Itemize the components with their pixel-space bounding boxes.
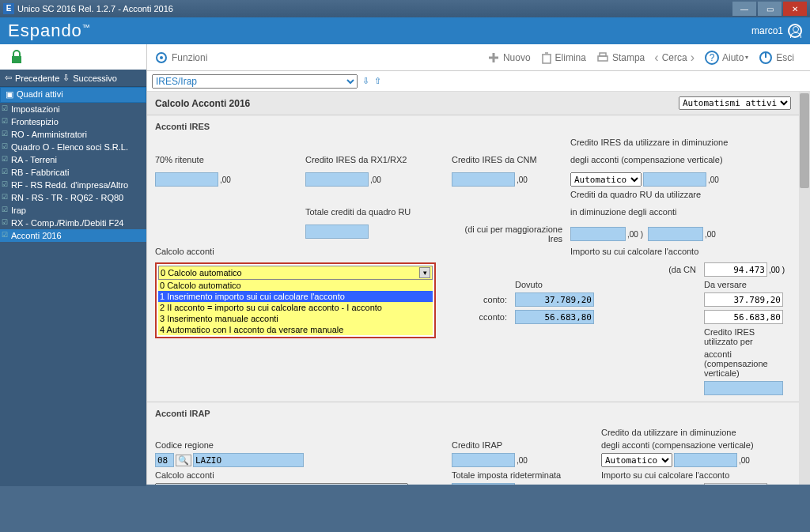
sidebar-tree: Impostazioni Frontespizio RO - Amministr…	[0, 103, 146, 486]
svg-point-2	[160, 56, 163, 59]
close-button[interactable]: ✕	[783, 2, 807, 16]
down-arrow-icon[interactable]: ⇩	[362, 76, 369, 86]
codreg-input[interactable]	[155, 453, 174, 467]
compvert-input[interactable]	[643, 172, 706, 187]
label: Credito da utilizzare in diminuzione	[601, 428, 791, 437]
section-header: Acconti IRAP	[155, 409, 791, 418]
user-icon[interactable]	[788, 24, 802, 38]
dropdown-selected: 0 Calcolo automatico	[161, 268, 242, 277]
label: Importo su cui calcolare l'acconto	[570, 247, 776, 261]
sidebar-item[interactable]: RF - RS Redd. d'impresa/Altro	[0, 179, 146, 191]
sidebar-item[interactable]: Irap	[0, 204, 146, 217]
totru-input[interactable]	[305, 224, 369, 239]
label: (di cui per maggiorazione Ires	[452, 224, 562, 243]
compvert-irap-input[interactable]	[674, 453, 737, 467]
esci-button[interactable]: Esci	[758, 50, 794, 66]
search-icon[interactable]: 🔍	[176, 455, 191, 466]
window-titlebar: E Unico SC 2016 Rel. 1.2.7 - Acconti 201…	[0, 0, 810, 17]
scroll-thumb[interactable]	[800, 93, 809, 188]
label: Credito IRES da RX1/RX2	[305, 155, 444, 169]
automatismi-select[interactable]: Automatismi attivi	[679, 96, 791, 110]
credirap-input[interactable]	[452, 453, 515, 467]
label: Credito IRES utilizzato per	[704, 327, 791, 346]
label: Credito IRAP	[452, 440, 593, 450]
label: Da versare	[704, 280, 791, 289]
label: Credito IRES da utilizzare in diminuzion…	[570, 138, 776, 152]
chevron-down-icon[interactable]: ▾	[419, 267, 430, 278]
totimp-input[interactable]	[452, 483, 515, 485]
dropdown-option[interactable]: 0 Calcolo automatico	[158, 280, 433, 291]
magg-input[interactable]	[570, 227, 626, 241]
up-arrow-icon[interactable]: ⇧	[374, 76, 381, 86]
acc1-versare[interactable]	[704, 292, 783, 307]
svg-rect-0	[12, 56, 21, 63]
ritenute-input[interactable]	[155, 172, 218, 187]
next-button[interactable]: Successivo	[73, 74, 117, 83]
breadcrumb-select[interactable]: IRES/Irap	[152, 74, 358, 89]
label: conto:	[444, 295, 507, 304]
sidebar-item[interactable]: RA - Terreni	[0, 153, 146, 166]
sidebar-item[interactable]: RX - Comp./Rimb./Debiti F24	[0, 217, 146, 229]
sidebar-header: ▣Quadri attivi	[0, 87, 146, 103]
impcalc-input[interactable]	[704, 483, 767, 485]
auto-select[interactable]: Automatico	[570, 172, 642, 187]
sidebar-item[interactable]: Frontespizio	[0, 115, 146, 128]
next-icon[interactable]: ⇩	[62, 73, 70, 83]
print-icon	[596, 51, 610, 64]
auto-select[interactable]: Automatico	[601, 453, 672, 467]
dropdown-option[interactable]: 3 Inserimento manuale acconti	[158, 313, 433, 324]
label: Credito IRES da CNM	[452, 155, 562, 169]
label: in diminuzione degli acconti	[570, 207, 776, 221]
dimacc-input[interactable]	[648, 227, 703, 241]
calcolo-irap-select[interactable]: 0 Calcolo automatico	[155, 483, 408, 485]
breadcrumb-bar: IRES/Irap ⇩ ⇧	[147, 71, 810, 92]
dropdown-option[interactable]: 4 Automatico con I acconto da versare ma…	[158, 324, 433, 335]
acc2-versare[interactable]	[704, 310, 783, 324]
label: Crediti da quadro RU da utilizzare	[570, 190, 776, 204]
label: 70% ritenute	[155, 155, 297, 169]
elimina-button[interactable]: Elimina	[540, 51, 586, 65]
sidebar-item[interactable]: RB - Fabbricati	[0, 166, 146, 179]
dropdown-option[interactable]: 1 Inserimento importo sui cui calcolare …	[158, 291, 433, 302]
prev-button[interactable]: Precedente	[15, 74, 59, 83]
calcolo-dropdown[interactable]: 0 Calcolo automatico ▾ 0 Calcolo automat…	[155, 262, 436, 338]
app-logo: Espando™	[8, 21, 91, 41]
stampa-button[interactable]: Stampa	[596, 51, 645, 64]
minimize-button[interactable]: —	[732, 2, 756, 16]
chevron-right-icon: ›	[691, 51, 695, 65]
sidebar-item[interactable]: RO - Amministratori	[0, 128, 146, 141]
username: marco1	[751, 25, 783, 36]
label: cconto:	[444, 312, 507, 322]
maximize-button[interactable]: ▭	[758, 2, 782, 16]
page-title: Calcolo Acconti 2016	[155, 98, 250, 109]
label: Calcolo acconti	[155, 247, 297, 261]
label: Importo su cui calcolare l'acconto	[601, 470, 791, 480]
prev-icon[interactable]: ⇦	[5, 73, 12, 83]
power-icon	[758, 50, 774, 66]
sidebar-item[interactable]: Impostazioni	[0, 103, 146, 115]
acc2-dovuto[interactable]	[515, 310, 594, 324]
chevron-down-icon: ▾	[745, 54, 748, 61]
acc1-dovuto[interactable]	[515, 292, 594, 307]
nuovo-button[interactable]: Nuovo	[486, 51, 531, 65]
cerca-button[interactable]: ‹ Cerca ›	[654, 51, 695, 65]
sidebar-item[interactable]: RN - RS - TR - RQ62 - RQ80	[0, 191, 146, 204]
rx-input[interactable]	[305, 172, 369, 187]
funzioni-button[interactable]: Funzioni	[153, 50, 207, 66]
cnm-input[interactable]	[452, 172, 515, 187]
chevron-left-icon: ‹	[654, 51, 658, 65]
scrollbar[interactable]	[799, 92, 810, 485]
regname-input[interactable]	[193, 453, 304, 467]
content-area: Calcolo Acconti 2016 Automatismi attivi …	[147, 92, 810, 485]
section-header: Acconti IRES	[155, 122, 791, 131]
dacn-value[interactable]	[704, 262, 767, 277]
dropdown-option[interactable]: 2 II acconto = importo su cui calcolare …	[158, 302, 433, 313]
sidebar-item[interactable]: Quadro O - Elenco soci S.R.L.	[0, 141, 146, 153]
label: Codice regione	[155, 440, 297, 450]
label: degli acconti (compensazione verticale)	[570, 155, 776, 169]
credused-input[interactable]	[704, 381, 783, 395]
trash-icon	[540, 51, 553, 65]
aiuto-button[interactable]: ? Aiuto ▾	[704, 50, 748, 66]
sidebar-item-active[interactable]: Acconti 2016	[0, 229, 146, 242]
lock-icon	[5, 49, 28, 65]
